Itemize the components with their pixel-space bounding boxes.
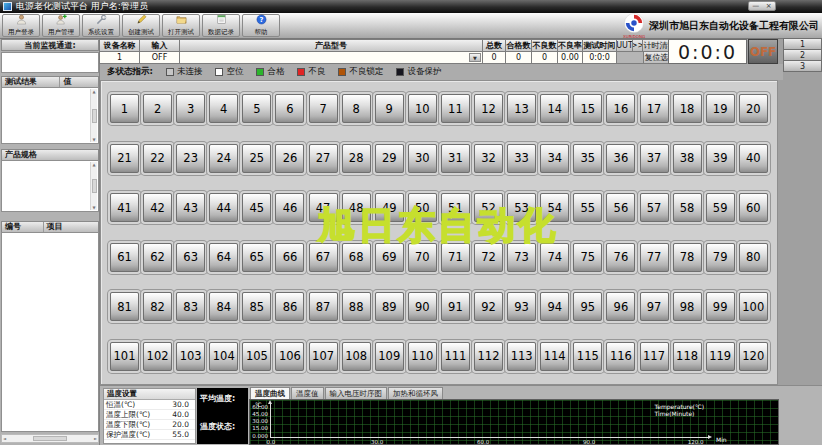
channel-button-104[interactable]: 104 bbox=[209, 342, 238, 371]
channel-button-21[interactable]: 21 bbox=[110, 144, 139, 173]
channel-button-12[interactable]: 12 bbox=[474, 94, 503, 123]
channel-button-28[interactable]: 28 bbox=[342, 144, 371, 173]
channel-button-18[interactable]: 18 bbox=[673, 94, 702, 123]
channel-button-16[interactable]: 16 bbox=[606, 94, 635, 123]
channel-button-60[interactable]: 60 bbox=[739, 193, 768, 222]
channel-button-19[interactable]: 19 bbox=[706, 94, 735, 123]
channel-button-90[interactable]: 90 bbox=[408, 292, 437, 321]
channel-button-88[interactable]: 88 bbox=[342, 292, 371, 321]
channel-button-100[interactable]: 100 bbox=[739, 292, 768, 321]
open-test-button[interactable]: 打开测试 bbox=[162, 14, 200, 37]
channel-button-70[interactable]: 70 bbox=[408, 243, 437, 272]
channel-button-32[interactable]: 32 bbox=[474, 144, 503, 173]
channel-button-9[interactable]: 9 bbox=[375, 94, 404, 123]
channel-button-67[interactable]: 67 bbox=[309, 243, 338, 272]
channel-button-30[interactable]: 30 bbox=[408, 144, 437, 173]
channel-button-1[interactable]: 1 bbox=[110, 94, 139, 123]
channel-button-77[interactable]: 77 bbox=[640, 243, 669, 272]
channel-button-46[interactable]: 46 bbox=[275, 193, 304, 222]
channel-button-101[interactable]: 101 bbox=[110, 342, 139, 371]
channel-button-94[interactable]: 94 bbox=[540, 292, 569, 321]
channel-button-98[interactable]: 98 bbox=[673, 292, 702, 321]
channel-button-73[interactable]: 73 bbox=[507, 243, 536, 272]
channel-button-78[interactable]: 78 bbox=[673, 243, 702, 272]
create-test-button[interactable]: 创建测试 bbox=[122, 14, 160, 37]
channel-button-49[interactable]: 49 bbox=[375, 193, 404, 222]
help-button[interactable]: ? 帮助 bbox=[242, 14, 280, 37]
channel-button-25[interactable]: 25 bbox=[242, 144, 271, 173]
monitor-channel-list[interactable] bbox=[1, 52, 99, 73]
tab-temp-curve[interactable]: 温度曲线 bbox=[250, 387, 290, 399]
channel-button-92[interactable]: 92 bbox=[474, 292, 503, 321]
channel-button-38[interactable]: 38 bbox=[673, 144, 702, 173]
channel-button-7[interactable]: 7 bbox=[309, 94, 338, 123]
channel-button-76[interactable]: 76 bbox=[606, 243, 635, 272]
close-button[interactable]: × bbox=[766, 3, 772, 10]
channel-button-83[interactable]: 83 bbox=[176, 292, 205, 321]
channel-button-52[interactable]: 52 bbox=[474, 193, 503, 222]
channel-button-64[interactable]: 64 bbox=[209, 243, 238, 272]
channel-button-75[interactable]: 75 bbox=[573, 243, 602, 272]
channel-button-117[interactable]: 117 bbox=[640, 342, 669, 371]
chevron-down-icon[interactable]: ▼ bbox=[469, 53, 481, 62]
channel-button-66[interactable]: 66 bbox=[275, 243, 304, 272]
channel-button-40[interactable]: 40 bbox=[739, 144, 768, 173]
channel-button-55[interactable]: 55 bbox=[573, 193, 602, 222]
channel-button-102[interactable]: 102 bbox=[143, 342, 172, 371]
channel-button-54[interactable]: 54 bbox=[540, 193, 569, 222]
channel-button-82[interactable]: 82 bbox=[143, 292, 172, 321]
channel-button-23[interactable]: 23 bbox=[176, 144, 205, 173]
channel-button-34[interactable]: 34 bbox=[540, 144, 569, 173]
power-off-button[interactable]: OFF bbox=[748, 39, 778, 64]
channel-button-31[interactable]: 31 bbox=[441, 144, 470, 173]
channel-button-6[interactable]: 6 bbox=[275, 94, 304, 123]
channel-button-56[interactable]: 56 bbox=[606, 193, 635, 222]
scrollbar[interactable]: ▲▼ bbox=[90, 162, 97, 210]
channel-button-84[interactable]: 84 bbox=[209, 292, 238, 321]
channel-button-4[interactable]: 4 bbox=[209, 94, 238, 123]
channel-button-59[interactable]: 59 bbox=[706, 193, 735, 222]
channel-button-99[interactable]: 99 bbox=[706, 292, 735, 321]
channel-button-33[interactable]: 33 bbox=[507, 144, 536, 173]
user-login-button[interactable]: 用户登录 bbox=[2, 14, 40, 37]
channel-button-44[interactable]: 44 bbox=[209, 193, 238, 222]
data-record-button[interactable]: 数据记录 bbox=[202, 14, 240, 37]
channel-button-48[interactable]: 48 bbox=[342, 193, 371, 222]
channel-button-5[interactable]: 5 bbox=[242, 94, 271, 123]
channel-button-37[interactable]: 37 bbox=[640, 144, 669, 173]
scrollbar[interactable]: ▲▼ bbox=[90, 89, 97, 142]
channel-button-58[interactable]: 58 bbox=[673, 193, 702, 222]
horizontal-scrollbar[interactable]: ◄► bbox=[1, 434, 99, 443]
channel-button-47[interactable]: 47 bbox=[309, 193, 338, 222]
channel-button-45[interactable]: 45 bbox=[242, 193, 271, 222]
channel-button-13[interactable]: 13 bbox=[507, 94, 536, 123]
channel-button-24[interactable]: 24 bbox=[209, 144, 238, 173]
channel-button-113[interactable]: 113 bbox=[507, 342, 536, 371]
channel-button-109[interactable]: 109 bbox=[375, 342, 404, 371]
channel-button-17[interactable]: 17 bbox=[640, 94, 669, 123]
channel-button-35[interactable]: 35 bbox=[573, 144, 602, 173]
channel-button-14[interactable]: 14 bbox=[540, 94, 569, 123]
channel-button-43[interactable]: 43 bbox=[176, 193, 205, 222]
channel-button-112[interactable]: 112 bbox=[474, 342, 503, 371]
channel-button-103[interactable]: 103 bbox=[176, 342, 205, 371]
tab-temp-value[interactable]: 温度值 bbox=[291, 387, 324, 399]
product-spec-list[interactable]: ▲▼ bbox=[1, 160, 99, 212]
channel-button-42[interactable]: 42 bbox=[143, 193, 172, 222]
channel-button-87[interactable]: 87 bbox=[309, 292, 338, 321]
channel-button-57[interactable]: 57 bbox=[640, 193, 669, 222]
tab-heating-fan[interactable]: 加热和循环风 bbox=[388, 387, 443, 399]
channel-button-110[interactable]: 110 bbox=[408, 342, 437, 371]
channel-button-106[interactable]: 106 bbox=[275, 342, 304, 371]
channel-button-69[interactable]: 69 bbox=[375, 243, 404, 272]
channel-button-120[interactable]: 120 bbox=[739, 342, 768, 371]
channel-button-79[interactable]: 79 bbox=[706, 243, 735, 272]
tab-input-voltage[interactable]: 输入电压时序图 bbox=[325, 387, 388, 399]
channel-button-68[interactable]: 68 bbox=[342, 243, 371, 272]
channel-button-20[interactable]: 20 bbox=[739, 94, 768, 123]
channel-button-107[interactable]: 107 bbox=[309, 342, 338, 371]
channel-button-10[interactable]: 10 bbox=[408, 94, 437, 123]
channel-button-27[interactable]: 27 bbox=[309, 144, 338, 173]
channel-button-96[interactable]: 96 bbox=[606, 292, 635, 321]
channel-button-80[interactable]: 80 bbox=[739, 243, 768, 272]
